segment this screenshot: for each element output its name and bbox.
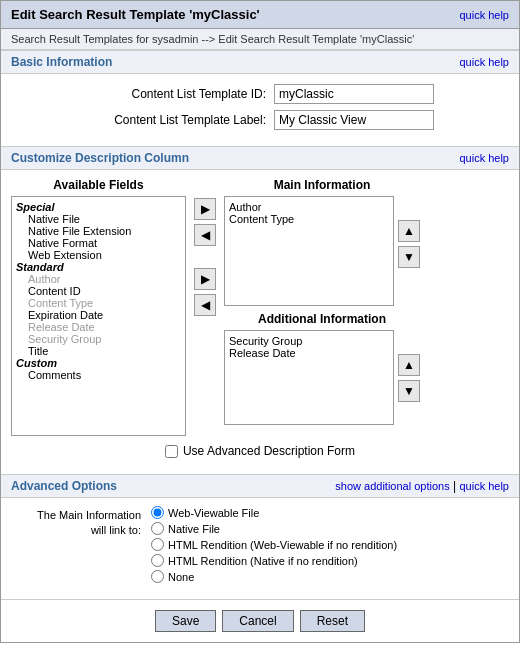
additional-up-down-buttons: ▲ ▼	[398, 330, 420, 402]
available-fields-container: Available Fields Special Native File Nat…	[11, 178, 186, 436]
radio-web-viewable-label: Web-Viewable File	[168, 507, 259, 519]
basic-info-title: Basic Information	[11, 55, 112, 69]
advanced-description-label: Use Advanced Description Form	[183, 444, 355, 458]
customize-section: Available Fields Special Native File Nat…	[1, 170, 519, 474]
right-columns: Main Information Author Content Type ▲ ▼	[224, 178, 420, 425]
additional-info-label: Additional Information	[224, 312, 420, 326]
template-id-label: Content List Template ID:	[86, 87, 266, 101]
show-additional-link[interactable]: show additional options	[335, 480, 449, 492]
customize-section-header: Customize Description Column quick help	[1, 146, 519, 170]
radio-html-web[interactable]: HTML Rendition (Web-Viewable if no rendi…	[151, 538, 397, 551]
radio-html-native[interactable]: HTML Rendition (Native if no rendition)	[151, 554, 397, 567]
additional-down-btn[interactable]: ▼	[398, 380, 420, 402]
main-info-box[interactable]: Author Content Type	[224, 196, 394, 306]
available-fields-box[interactable]: Special Native File Native File Extensio…	[11, 196, 186, 436]
radio-options: Web-Viewable File Native File HTML Rendi…	[151, 506, 397, 583]
radio-native-file-input[interactable]	[151, 522, 164, 535]
main-down-btn[interactable]: ▼	[398, 246, 420, 268]
additional-release-date[interactable]: Release Date	[229, 347, 389, 359]
basic-info-section-header: Basic Information quick help	[1, 50, 519, 74]
standard-category: Standard	[16, 261, 181, 273]
advanced-options-header: Advanced Options show additional options…	[1, 474, 519, 498]
radio-native-file[interactable]: Native File	[151, 522, 397, 535]
radio-none[interactable]: None	[151, 570, 397, 583]
additional-info-wrapper: Security Group Release Date ▲ ▼	[224, 330, 420, 425]
breadcrumb-text: Search Result Templates for sysadmin -->…	[11, 33, 414, 45]
header-quick-help-link[interactable]: quick help	[459, 9, 509, 21]
expiration-date-item[interactable]: Expiration Date	[16, 309, 181, 321]
main-info-wrapper: Author Content Type ▲ ▼	[224, 196, 420, 306]
additional-info-container: Additional Information Security Group Re…	[224, 312, 420, 425]
main-content-type[interactable]: Content Type	[229, 213, 389, 225]
main-up-down-buttons: ▲ ▼	[398, 196, 420, 268]
breadcrumb: Search Result Templates for sysadmin -->…	[1, 29, 519, 50]
page-wrapper: Edit Search Result Template 'myClassic' …	[0, 0, 520, 643]
radio-web-viewable-input[interactable]	[151, 506, 164, 519]
native-file-item[interactable]: Native File	[16, 213, 181, 225]
radio-html-web-input[interactable]	[151, 538, 164, 551]
main-info-container: Main Information Author Content Type ▲ ▼	[224, 178, 420, 306]
native-file-ext-item[interactable]: Native File Extension	[16, 225, 181, 237]
advanced-options-right: show additional options | quick help	[335, 479, 509, 493]
custom-category: Custom	[16, 357, 181, 369]
arrow-to-main-right[interactable]: ▶	[194, 198, 216, 220]
template-label-input[interactable]	[274, 110, 434, 130]
advanced-quick-help[interactable]: quick help	[459, 480, 509, 492]
native-format-item[interactable]: Native Format	[16, 237, 181, 249]
special-category: Special	[16, 201, 181, 213]
radio-none-input[interactable]	[151, 570, 164, 583]
radio-native-file-label: Native File	[168, 523, 220, 535]
link-to-row: The Main Informationwill link to: Web-Vi…	[21, 506, 499, 583]
footer-buttons: Save Cancel Reset	[1, 599, 519, 642]
available-fields-label: Available Fields	[11, 178, 186, 192]
basic-info-form: Content List Template ID: Content List T…	[1, 74, 519, 146]
radio-web-viewable[interactable]: Web-Viewable File	[151, 506, 397, 519]
main-info-label: Main Information	[224, 178, 420, 192]
template-id-row: Content List Template ID:	[21, 84, 499, 104]
author-item[interactable]: Author	[16, 273, 181, 285]
comments-item[interactable]: Comments	[16, 369, 181, 381]
left-arrow-buttons: ▶ ◀ ▶ ◀	[194, 178, 216, 316]
content-id-item[interactable]: Content ID	[16, 285, 181, 297]
title-item[interactable]: Title	[16, 345, 181, 357]
security-group-item[interactable]: Security Group	[16, 333, 181, 345]
page-header: Edit Search Result Template 'myClassic' …	[1, 1, 519, 29]
radio-html-web-label: HTML Rendition (Web-Viewable if no rendi…	[168, 539, 397, 551]
additional-up-btn[interactable]: ▲	[398, 354, 420, 376]
web-extension-item[interactable]: Web Extension	[16, 249, 181, 261]
content-type-item[interactable]: Content Type	[16, 297, 181, 309]
arrow-to-additional-right[interactable]: ▶	[194, 268, 216, 290]
link-to-label: The Main Informationwill link to:	[21, 506, 151, 539]
customize-title: Customize Description Column	[11, 151, 189, 165]
customize-quick-help[interactable]: quick help	[459, 152, 509, 164]
additional-security-group[interactable]: Security Group	[229, 335, 389, 347]
reset-button[interactable]: Reset	[300, 610, 365, 632]
main-up-btn[interactable]: ▲	[398, 220, 420, 242]
release-date-item[interactable]: Release Date	[16, 321, 181, 333]
additional-info-box[interactable]: Security Group Release Date	[224, 330, 394, 425]
radio-section: The Main Informationwill link to: Web-Vi…	[1, 498, 519, 595]
arrow-from-additional-left[interactable]: ◀	[194, 294, 216, 316]
radio-html-native-input[interactable]	[151, 554, 164, 567]
advanced-options-title: Advanced Options	[11, 479, 117, 493]
template-label-label: Content List Template Label:	[86, 113, 266, 127]
arrow-from-main-left[interactable]: ◀	[194, 224, 216, 246]
radio-html-native-label: HTML Rendition (Native if no rendition)	[168, 555, 358, 567]
page-title: Edit Search Result Template 'myClassic'	[11, 7, 260, 22]
template-label-row: Content List Template Label:	[21, 110, 499, 130]
template-id-input[interactable]	[274, 84, 434, 104]
radio-none-label: None	[168, 571, 194, 583]
advanced-description-checkbox[interactable]	[165, 445, 178, 458]
advanced-checkbox-row: Use Advanced Description Form	[11, 436, 509, 466]
save-button[interactable]: Save	[155, 610, 216, 632]
columns-layout: Available Fields Special Native File Nat…	[11, 178, 509, 436]
cancel-button[interactable]: Cancel	[222, 610, 293, 632]
main-author[interactable]: Author	[229, 201, 389, 213]
basic-info-quick-help[interactable]: quick help	[459, 56, 509, 68]
